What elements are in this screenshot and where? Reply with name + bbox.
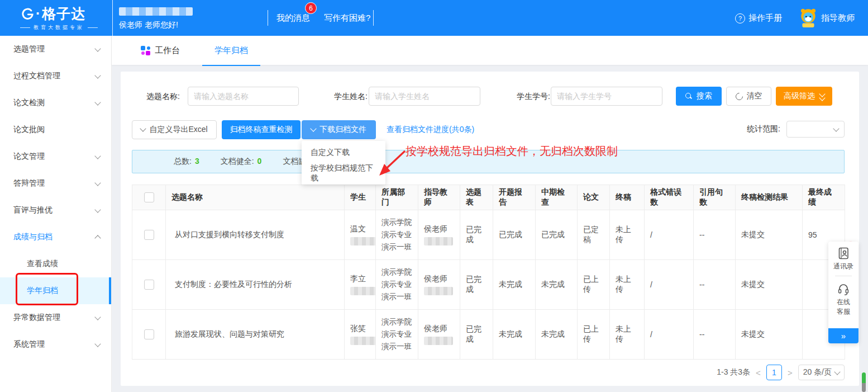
writing-help-link[interactable]: 写作有困难? (324, 13, 370, 23)
menu-item-school-standard-download[interactable]: 按学校归档规范下载 (302, 163, 385, 183)
cell-final: 未上传 (610, 310, 645, 360)
address-book-icon (837, 247, 850, 260)
cell-paper: 已上传 (578, 260, 610, 310)
chevron-down-icon (94, 153, 101, 159)
col-midterm: 中期检查 (536, 185, 578, 210)
chevron-down-icon (94, 314, 101, 320)
student-number-input[interactable] (551, 87, 662, 106)
prev-page-button[interactable]: < (756, 368, 761, 377)
stat-complete: 文档健全:0 (221, 157, 262, 167)
scope-select[interactable] (786, 121, 845, 138)
cell-department: 演示学院演示专业演示一班 (376, 210, 418, 260)
table-row: 旅游发展现状、问题与对策研究 张笑 演示学院演示专业演示一班 侯老师 已完成 未… (132, 310, 845, 360)
annotation-arrow (375, 149, 408, 178)
tab-year-archive[interactable]: 学年归档 (202, 36, 260, 66)
cell-proposal: 未完成 (493, 310, 536, 360)
select-all-checkbox[interactable] (144, 192, 154, 202)
search-icon (685, 93, 693, 100)
contacts-button[interactable]: 通讯录 (833, 242, 853, 275)
col-citations: 引用句数 (694, 185, 736, 210)
scrollbar-thumb[interactable] (862, 372, 866, 392)
col-student: 学生 (345, 185, 376, 210)
next-page-button[interactable]: > (788, 368, 793, 377)
my-messages-link[interactable]: 我的消息 (276, 13, 310, 23)
row-checkbox[interactable] (144, 329, 154, 339)
download-archive-dropdown-button[interactable]: 下载归档文件 (302, 120, 376, 139)
chevron-down-icon (94, 99, 101, 105)
content-card: 选题名称: 学生姓名: 学生学号: 搜索 清空 高级筛选 自定义导出Excel … (121, 72, 859, 386)
cell-topic-form: 已完成 (460, 310, 493, 360)
question-circle-icon: ? (735, 13, 745, 23)
cell-student: 张笑 (345, 310, 376, 360)
redacted-text (424, 337, 453, 345)
topic-name-input[interactable] (188, 87, 299, 106)
sidebar-item-abnormal-data[interactable]: 异常数据管理 (0, 304, 111, 331)
sidebar-item-grades-archive[interactable]: 成绩与归档 (0, 224, 111, 251)
cell-final: 未上传 (610, 260, 645, 310)
search-button[interactable]: 搜索 (676, 87, 722, 106)
sidebar-item-process-docs[interactable]: 过程文档管理 (0, 63, 111, 89)
cell-topic-form: 已完成 (460, 210, 493, 260)
download-dropdown-menu: 自定义下载 按学校归档规范下载 (302, 141, 385, 185)
mascot-avatar[interactable] (798, 7, 819, 29)
table-row: 支付制度：必要性及可行性的分析 李立 演示学院演示专业演示一班 侯老师 已完成 … (132, 260, 845, 310)
redacted-text (350, 287, 376, 295)
headset-icon (837, 282, 850, 296)
sidebar-item-view-grades[interactable]: 查看成绩 (0, 251, 111, 277)
sidebar-item-topic-management[interactable]: 选题管理 (0, 36, 111, 63)
sidebar-item-system-management[interactable]: 系统管理 (0, 331, 111, 358)
manual-link[interactable]: ? 操作手册 (735, 13, 782, 23)
cell-topic: 旅游发展现状、问题与对策研究 (166, 310, 345, 360)
page-number-button[interactable]: 1 (766, 365, 782, 380)
filter-name-label: 学生姓名: (334, 87, 368, 106)
app-logo[interactable]: · 格子达 教育大数据专家 (20, 4, 109, 32)
cell-citations: -- (694, 210, 736, 260)
role-label: 指导教师 (821, 13, 855, 23)
redacted-text (424, 287, 453, 295)
table-row: 从对口支援到横向转移支付制度 温文 演示学院演示专业演示一班 侯老师 已完成 已… (132, 210, 845, 260)
double-chevron-down-icon (820, 93, 824, 100)
chevron-down-icon (94, 206, 101, 212)
chevron-down-icon (94, 45, 101, 51)
col-final: 终稿 (610, 185, 645, 210)
menu-item-custom-download[interactable]: 自定义下载 (302, 142, 385, 163)
clear-button[interactable]: 清空 (726, 87, 771, 106)
logo-dot: · (36, 6, 41, 22)
cell-midterm: 已完成 (536, 210, 578, 260)
sidebar-item-paper-check[interactable]: 论文检测 (0, 89, 111, 116)
divider (835, 276, 852, 276)
header-divider (112, 0, 113, 36)
row-checkbox[interactable] (144, 230, 154, 240)
archive-table: 选题名称 学生 所属部门 指导教师 选题表 开题报告 中期检查 论文 终稿 格式… (132, 185, 845, 360)
cell-teacher: 侯老师 (418, 310, 460, 360)
collapse-panel-button[interactable]: » (828, 328, 859, 343)
archive-progress-link[interactable]: 查看归档文件进度(共0条) (387, 125, 474, 135)
page: · 格子达 教育大数据专家 侯老师 老师您好! 我的消息 6 写作有困难? ? … (0, 0, 868, 392)
redacted-text (350, 237, 376, 245)
cell-student: 温文 (345, 210, 376, 260)
cell-format-errors: / (645, 260, 694, 310)
cell-department: 演示学院演示专业演示一班 (376, 260, 418, 310)
filter-number-label: 学生学号: (517, 87, 550, 106)
student-name-input[interactable] (369, 87, 480, 106)
row-checkbox[interactable] (144, 280, 154, 290)
col-teacher: 指导教师 (418, 185, 460, 210)
page-size-select[interactable]: 20 条/页 (798, 365, 845, 380)
sidebar-item-defense-management[interactable]: 答辩管理 (0, 170, 111, 197)
export-excel-dropdown-button[interactable]: 自定义导出Excel (132, 120, 217, 139)
scope-label: 统计范围: (747, 120, 780, 137)
sidebar-item-paper-review[interactable]: 论文批阅 (0, 116, 111, 143)
cell-paper: 已定稿 (578, 210, 610, 260)
col-proposal: 开题报告 (493, 185, 536, 210)
stat-total: 总数:3 (174, 157, 199, 167)
tab-workbench[interactable]: 工作台 (141, 36, 180, 65)
sidebar-item-blind-review[interactable]: 盲评与推优 (0, 197, 111, 224)
col-score: 最终成绩 (803, 185, 845, 210)
col-format-errors: 格式错误数 (645, 185, 694, 210)
sidebar-item-paper-management[interactable]: 论文管理 (0, 143, 111, 170)
online-service-button[interactable]: 在线 客服 (837, 277, 850, 320)
chevron-down-icon (94, 341, 101, 347)
advanced-filter-button[interactable]: 高级筛选 (776, 87, 832, 106)
sidebar-item-year-archive[interactable]: 学年归档 (0, 277, 111, 304)
recheck-final-button[interactable]: 归档终稿查重检测 (222, 120, 301, 139)
